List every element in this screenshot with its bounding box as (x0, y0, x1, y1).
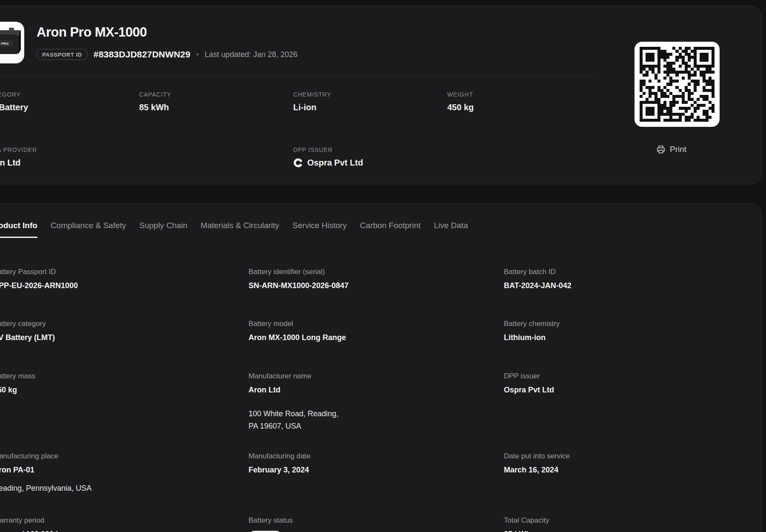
field-value: 450 kg (0, 386, 249, 395)
stat-label: DPP ISSUER (293, 146, 447, 153)
header-divider (0, 76, 598, 77)
field-value: Aron Ltd (249, 386, 504, 395)
tab-supply-chain[interactable]: Supply Chain (139, 221, 187, 237)
field-label: Total Capacity (504, 516, 759, 525)
field-label: Battery category (0, 320, 249, 328)
stat-capacity: CAPACITY 85 kWh (139, 91, 293, 112)
tab-product-info[interactable]: Product Info (0, 221, 37, 238)
field-battery-chemistry: Battery chemistry Lithium-ion (504, 320, 759, 342)
info-row: Battery mass 450 kg Manufacturer name Ar… (0, 372, 683, 432)
stats-row: CATEGORY EV Battery CAPACITY 85 kWh CHEM… (0, 91, 601, 112)
print-label: Print (670, 145, 686, 154)
field-label: Battery batch ID (504, 268, 759, 276)
manufacturing-place-region: Reading, Pennsylvania, USA (0, 484, 249, 493)
product-photo: ARON PRO (0, 22, 24, 63)
stat-data-provider: DATA PROVIDER Aron Ltd (0, 146, 139, 168)
stat-value: Aron Ltd (0, 158, 139, 168)
field-battery-model: Battery model Aron MX-1000 Long Range (249, 320, 504, 342)
field-label: Battery status (249, 516, 504, 525)
stat-value: EV Battery (0, 103, 139, 112)
field-date-put-into-service: Date put into service March 16, 2024 (504, 452, 759, 493)
passport-id-value: #8383DJD827DNWN29 (94, 49, 191, 60)
field-battery-mass: Battery mass 450 kg (0, 372, 249, 432)
field-label: Battery model (249, 320, 504, 328)
field-label: Warranty period (0, 516, 249, 525)
qr-code (635, 42, 720, 127)
field-label: Battery identifier (serial) (249, 268, 504, 276)
stat-label: WEIGHT (447, 91, 601, 98)
field-value: Lithium-ion (504, 333, 759, 342)
field-total-capacity: Total Capacity 85 kWh (504, 516, 759, 532)
tab-service-history[interactable]: Service History (292, 221, 347, 237)
stat-weight: WEIGHT 450 kg (447, 91, 601, 112)
stat-label: CHEMISTRY (293, 91, 447, 98)
stat-label: CATEGORY (0, 91, 139, 98)
field-battery-status: Battery status Active (249, 516, 504, 532)
field-dpp-issuer: DPP issuer Ospra Pvt Ltd (504, 372, 759, 432)
field-value: February 3, 2024 (249, 466, 504, 475)
stat-value: 450 kg (447, 103, 601, 112)
field-value: BAT-2024-JAN-042 (504, 281, 759, 290)
manufacturer-address: 100 White Road, Reading, PA 19607, USA (249, 408, 504, 432)
field-value: DPP-EU-2026-ARN1000 (0, 281, 249, 290)
battery-passport-page: { "colors": { "page_bg": "#121214", "car… (0, 0, 766, 532)
field-label: DPP issuer (504, 372, 759, 380)
content-card: Product Info Compliance & Safety Supply … (0, 203, 762, 532)
field-warranty-period: Warranty period 8 years / 160,000 km (0, 516, 249, 532)
last-updated-text: Last updated: Jan 28, 2026 (205, 50, 297, 59)
print-button[interactable]: Print (656, 145, 686, 154)
info-row: Battery Passport ID DPP-EU-2026-ARN1000 … (0, 268, 683, 290)
field-value: Ospra Pvt Ltd (504, 386, 759, 395)
stat-value: 85 kWh (139, 103, 293, 112)
tab-live-data[interactable]: Live Data (434, 221, 468, 237)
stat-category: CATEGORY EV Battery (0, 91, 139, 112)
field-manufacturing-date: Manufacturing date February 3, 2024 (249, 452, 504, 493)
info-row: Warranty period 8 years / 160,000 km Bat… (0, 516, 683, 532)
tab-compliance-safety[interactable]: Compliance & Safety (51, 221, 126, 237)
passport-id-row: PASSPORT ID #8383DJD827DNWN29 • Last upd… (37, 49, 297, 60)
field-label: Battery chemistry (504, 320, 759, 328)
address-line: PA 19607, USA (249, 422, 301, 430)
address-line: 100 White Road, Reading, (249, 409, 338, 418)
field-label: Date put into service (504, 452, 759, 460)
field-label: Battery mass (0, 372, 249, 380)
stat-label: DATA PROVIDER (0, 146, 139, 153)
ospra-ring-logo-icon (293, 158, 303, 168)
issuer-name: Ospra Pvt Ltd (307, 158, 363, 168)
field-battery-batch-id: Battery batch ID BAT-2024-JAN-042 (504, 268, 759, 290)
field-manufacturer-name: Manufacturer name Aron Ltd 100 White Roa… (249, 372, 504, 432)
field-label: Battery Passport ID (0, 268, 249, 276)
tab-carbon-footprint[interactable]: Carbon Footprint (360, 221, 421, 237)
info-row: Manufacturing place Aron PA-01 Reading, … (0, 452, 683, 493)
field-manufacturing-place: Manufacturing place Aron PA-01 Reading, … (0, 452, 249, 493)
field-value: EV Battery (LMT) (0, 333, 249, 342)
field-battery-identifier: Battery identifier (serial) SN-ARN-MX100… (249, 268, 504, 290)
tab-materials-circularity[interactable]: Materials & Circularity (200, 221, 279, 237)
printer-icon (656, 145, 666, 154)
field-value: SN-ARN-MX1000-2026-0847 (249, 281, 504, 290)
stat-value: Li-ion (293, 103, 447, 112)
tab-bar: Product Info Compliance & Safety Supply … (0, 221, 468, 238)
stat-chemistry: CHEMISTRY Li-ion (293, 91, 447, 112)
stat-dpp-issuer: DPP ISSUER Ospra Pvt Ltd (293, 146, 447, 168)
stat-label: CAPACITY (139, 91, 293, 98)
svg-text:ARON PRO: ARON PRO (0, 42, 9, 46)
dot-separator: • (196, 51, 199, 58)
qr-code-icon (640, 47, 715, 122)
provider-row: DATA PROVIDER Aron Ltd DPP ISSUER Ospra … (0, 146, 601, 168)
field-label: Manufacturer name (249, 372, 504, 380)
issuer-value: Ospra Pvt Ltd (293, 158, 447, 168)
field-value: March 16, 2024 (504, 466, 759, 475)
battery-product-photo-icon: ARON PRO (0, 22, 24, 63)
info-row: Battery category EV Battery (LMT) Batter… (0, 320, 683, 342)
passport-id-badge: PASSPORT ID (37, 49, 88, 60)
field-label: Manufacturing date (249, 452, 504, 460)
page-title: Aron Pro MX-1000 (37, 25, 147, 40)
field-label: Manufacturing place (0, 452, 249, 460)
header-card: ARON PRO Aron Pro MX-1000 PASSPORT ID #8… (0, 6, 762, 184)
field-value: Aron PA-01 (0, 466, 249, 475)
field-battery-category: Battery category EV Battery (LMT) (0, 320, 249, 342)
field-value: 8 years / 160,000 km (0, 530, 249, 532)
field-value: 85 kWh (504, 530, 759, 532)
field-battery-passport-id: Battery Passport ID DPP-EU-2026-ARN1000 (0, 268, 249, 290)
